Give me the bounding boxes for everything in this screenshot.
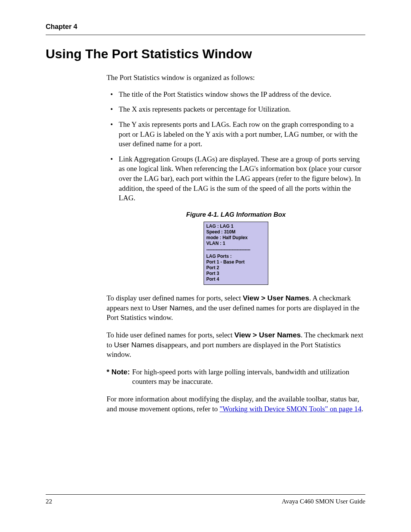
lag-separator: --------------------------------- bbox=[206, 247, 266, 253]
doc-title-footer: Avaya C460 SMON User Guide bbox=[282, 498, 365, 505]
lag-line: mode : Half Duplex bbox=[206, 235, 266, 241]
bullet-list: The title of the Port Statistics window … bbox=[107, 89, 365, 203]
page-title: Using The Port Statistics Window bbox=[46, 46, 365, 61]
menu-item: User Names bbox=[114, 341, 155, 349]
lag-line: Port 2 bbox=[206, 265, 266, 271]
lag-line: VLAN : 1 bbox=[206, 241, 266, 246]
lag-line: LAG Ports : bbox=[206, 254, 266, 259]
text-run: . bbox=[362, 405, 363, 413]
text-run: To display user defined names for ports,… bbox=[107, 294, 243, 302]
cross-reference-link[interactable]: "Working with Device SMON Tools" on page… bbox=[220, 405, 362, 413]
text-run: To hide user defined names for ports, se… bbox=[107, 331, 234, 339]
list-item: The X axis represents packets or percent… bbox=[107, 104, 365, 114]
lag-info-box: LAG : LAG 1 Speed : 310M mode : Half Dup… bbox=[204, 222, 268, 285]
paragraph-hide-names: To hide user defined names for ports, se… bbox=[107, 330, 365, 359]
lag-line: Speed : 310M bbox=[206, 229, 266, 235]
page-footer: 22 Avaya C460 SMON User Guide bbox=[46, 494, 365, 505]
list-item: Link Aggregation Groups (LAGs) are displ… bbox=[107, 154, 365, 203]
figure-caption: Figure 4-1. LAG Information Box bbox=[107, 211, 365, 219]
lag-line: Port 1 - Base Port bbox=[206, 259, 266, 265]
paragraph-show-names: To display user defined names for ports,… bbox=[107, 293, 365, 323]
lag-line: Port 3 bbox=[206, 271, 266, 276]
list-item: The title of the Port Statistics window … bbox=[107, 89, 365, 99]
chapter-label: Chapter 4 bbox=[46, 23, 365, 31]
header-rule bbox=[46, 35, 365, 35]
figure-wrap: LAG : LAG 1 Speed : 310M mode : Half Dup… bbox=[107, 222, 365, 285]
menu-item: User Names bbox=[152, 304, 193, 312]
note-text: For high-speed ports with large polling … bbox=[132, 367, 365, 387]
page-container: Chapter 4 Using The Port Statistics Wind… bbox=[0, 0, 411, 532]
body-block: The Port Statistics window is organized … bbox=[107, 73, 365, 414]
page-number: 22 bbox=[46, 498, 52, 505]
paragraph-more-info: For more information about modifying the… bbox=[107, 394, 365, 414]
lag-line: LAG : LAG 1 bbox=[206, 224, 266, 229]
note-block: * Note: For high-speed ports with large … bbox=[107, 367, 365, 387]
note-label: * Note: bbox=[107, 367, 130, 387]
menu-path: View > User Names bbox=[243, 294, 309, 302]
lag-line: Port 4 bbox=[206, 276, 266, 282]
list-item: The Y axis represents ports and LAGs. Ea… bbox=[107, 120, 365, 149]
intro-paragraph: The Port Statistics window is organized … bbox=[107, 73, 365, 83]
menu-path: View > User Names bbox=[234, 331, 301, 339]
